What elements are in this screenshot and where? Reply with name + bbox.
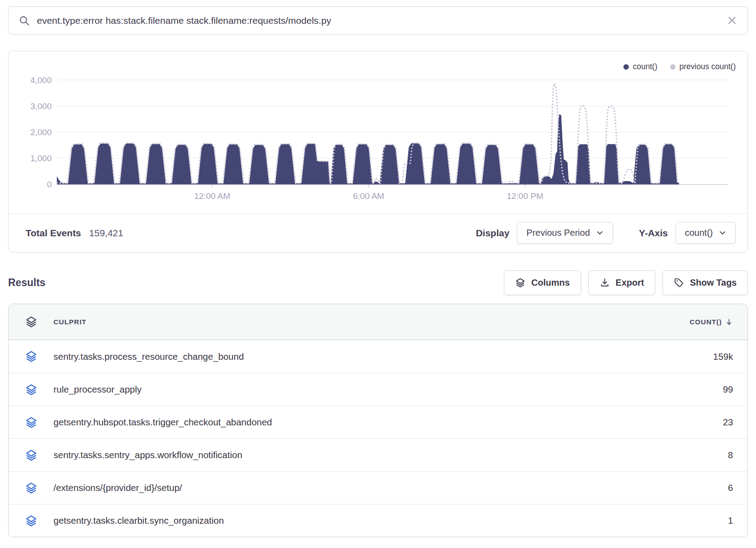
display-dropdown[interactable]: Previous Period [517,222,613,244]
stack-icon [25,449,37,461]
culprit-cell: sentry.tasks.process_resource_change_bou… [53,351,713,362]
column-header-icon-cell[interactable] [9,316,53,328]
results-table-header: CULPRIT COUNT() [9,304,747,340]
svg-text:1,000: 1,000 [30,154,52,163]
count-cell: 99 [723,384,733,395]
chevron-down-icon [719,229,726,237]
svg-text:12:00 AM: 12:00 AM [194,191,230,201]
events-chart: 01,0002,0003,0004,00012:00 AM6:00 AM12:0… [9,51,747,213]
legend-item[interactable]: previous count() [670,62,736,71]
svg-text:4,000: 4,000 [30,75,52,85]
column-header-culprit[interactable]: CULPRIT [53,318,689,326]
column-header-count[interactable]: COUNT() [689,318,733,326]
table-row[interactable]: rule_processor_apply 99 [9,373,747,406]
results-header-row: Results Columns Export [8,270,748,295]
table-row[interactable]: sentry.tasks.sentry_apps.workflow_notifi… [9,438,747,471]
culprit-cell: rule_processor_apply [53,384,723,395]
y-axis-dropdown-value: count() [685,228,713,238]
svg-text:2,000: 2,000 [30,128,52,137]
table-row[interactable]: /extensions/{provider_id}/setup/ 6 [9,471,747,504]
total-events-value: 159,421 [89,228,123,239]
count-cell: 6 [728,482,733,493]
stack-icon [25,515,37,527]
sort-descending-icon [725,318,733,326]
culprit-cell: getsentry.tasks.clearbit.sync_organizati… [53,515,728,526]
show-tags-button-label: Show Tags [690,278,737,288]
count-cell: 8 [728,450,733,460]
legend-dot [623,64,629,70]
stack-icon [25,316,37,328]
search-query-input[interactable]: event.type:error has:stack.filename stac… [37,15,720,26]
svg-text:6:00 AM: 6:00 AM [353,191,384,201]
results-table-body: sentry.tasks.process_resource_change_bou… [9,340,747,537]
culprit-cell: sentry.tasks.sentry_apps.workflow_notifi… [53,450,728,460]
search-bar[interactable]: event.type:error has:stack.filename stac… [8,6,748,35]
tag-icon [674,278,684,288]
stack-icon [515,278,525,288]
legend-dot [670,64,676,70]
y-axis-label: Y-Axis [639,228,668,239]
svg-text:12:00 PM: 12:00 PM [507,191,543,201]
legend-label: count() [633,62,657,71]
results-heading: Results [8,277,45,289]
svg-text:0: 0 [47,180,52,189]
columns-button[interactable]: Columns [504,270,581,295]
columns-button-label: Columns [531,278,570,288]
display-label: Display [476,228,510,239]
results-table: CULPRIT COUNT() sentry.tasks.process_res… [8,304,748,537]
legend-item[interactable]: count() [623,62,657,71]
table-row[interactable]: getsentry.hubspot.tasks.trigger_checkout… [9,406,747,438]
export-button-label: Export [616,278,644,288]
y-axis-dropdown[interactable]: count() [676,222,736,244]
total-events: Total Events 159,421 [26,228,123,239]
display-dropdown-value: Previous Period [526,228,590,238]
svg-text:3,000: 3,000 [30,102,52,111]
events-chart-panel: count()previous count() 01,0002,0003,000… [8,51,748,252]
table-row[interactable]: getsentry.tasks.clearbit.sync_organizati… [9,504,747,537]
chart-footer: Total Events 159,421 Display Previous Pe… [9,213,747,252]
stack-icon [25,384,37,396]
download-icon [600,278,610,288]
table-row[interactable]: sentry.tasks.process_resource_change_bou… [9,340,747,373]
stack-icon [25,350,37,362]
stack-icon [25,416,37,429]
count-cell: 159k [713,351,733,362]
show-tags-button[interactable]: Show Tags [663,270,748,295]
legend-label: previous count() [680,62,736,71]
count-cell: 23 [723,417,733,428]
clear-search-icon[interactable] [726,15,738,26]
culprit-cell: /extensions/{provider_id}/setup/ [53,482,728,493]
total-events-label: Total Events [26,228,81,239]
chart-legend: count()previous count() [623,62,736,71]
search-icon [18,15,30,27]
export-button[interactable]: Export [588,270,655,295]
count-cell: 1 [728,515,733,526]
stack-icon [25,482,37,494]
culprit-cell: getsentry.hubspot.tasks.trigger_checkout… [53,417,723,428]
chevron-down-icon [596,229,604,237]
